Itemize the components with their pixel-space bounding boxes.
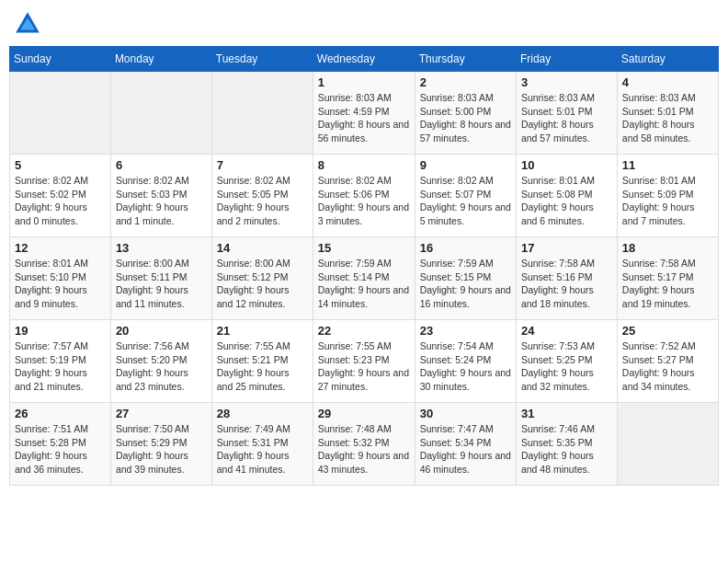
- calendar-cell: 14Sunrise: 8:00 AM Sunset: 5:12 PM Dayli…: [211, 237, 313, 320]
- calendar-cell: 23Sunrise: 7:54 AM Sunset: 5:24 PM Dayli…: [415, 320, 516, 403]
- calendar-cell: 29Sunrise: 7:48 AM Sunset: 5:32 PM Dayli…: [313, 403, 415, 486]
- weekday-header-thursday: Thursday: [415, 47, 516, 72]
- calendar-cell: 9Sunrise: 8:02 AM Sunset: 5:07 PM Daylig…: [415, 155, 516, 237]
- logo-icon: [13, 9, 42, 39]
- day-detail: Sunrise: 7:55 AM Sunset: 5:23 PM Dayligh…: [318, 339, 410, 394]
- day-number: 9: [420, 158, 511, 172]
- calendar-cell: 8Sunrise: 8:02 AM Sunset: 5:06 PM Daylig…: [313, 155, 415, 237]
- weekday-header-friday: Friday: [516, 47, 617, 72]
- calendar-week-3: 12Sunrise: 8:01 AM Sunset: 5:10 PM Dayli…: [10, 237, 719, 320]
- day-detail: Sunrise: 8:03 AM Sunset: 5:00 PM Dayligh…: [420, 91, 511, 145]
- day-detail: Sunrise: 7:50 AM Sunset: 5:29 PM Dayligh…: [116, 422, 207, 477]
- calendar-cell: 3Sunrise: 8:03 AM Sunset: 5:01 PM Daylig…: [516, 72, 617, 155]
- calendar-cell: [617, 403, 718, 486]
- day-number: 23: [420, 324, 511, 338]
- calendar-week-2: 5Sunrise: 8:02 AM Sunset: 5:02 PM Daylig…: [10, 155, 719, 237]
- weekday-header-row: SundayMondayTuesdayWednesdayThursdayFrid…: [10, 47, 719, 72]
- calendar-cell: 10Sunrise: 8:01 AM Sunset: 5:08 PM Dayli…: [516, 155, 617, 237]
- calendar-cell: 25Sunrise: 7:52 AM Sunset: 5:27 PM Dayli…: [617, 320, 718, 403]
- calendar-week-5: 26Sunrise: 7:51 AM Sunset: 5:28 PM Dayli…: [10, 403, 719, 486]
- day-detail: Sunrise: 7:49 AM Sunset: 5:31 PM Dayligh…: [217, 422, 308, 477]
- day-detail: Sunrise: 7:47 AM Sunset: 5:34 PM Dayligh…: [420, 422, 511, 477]
- day-number: 14: [217, 241, 308, 255]
- day-number: 20: [116, 324, 207, 338]
- calendar-table: SundayMondayTuesdayWednesdayThursdayFrid…: [9, 46, 719, 486]
- day-detail: Sunrise: 7:55 AM Sunset: 5:21 PM Dayligh…: [217, 339, 308, 394]
- calendar-cell: 12Sunrise: 8:01 AM Sunset: 5:10 PM Dayli…: [10, 237, 111, 320]
- day-detail: Sunrise: 8:01 AM Sunset: 5:08 PM Dayligh…: [521, 174, 612, 228]
- day-number: 10: [521, 158, 612, 172]
- day-detail: Sunrise: 7:58 AM Sunset: 5:17 PM Dayligh…: [622, 257, 713, 311]
- calendar-cell: [110, 72, 211, 155]
- day-number: 26: [15, 407, 106, 420]
- calendar-cell: 4Sunrise: 8:03 AM Sunset: 5:01 PM Daylig…: [617, 72, 718, 155]
- day-number: 29: [318, 407, 410, 420]
- day-detail: Sunrise: 8:00 AM Sunset: 5:12 PM Dayligh…: [217, 257, 308, 311]
- calendar-cell: 18Sunrise: 7:58 AM Sunset: 5:17 PM Dayli…: [617, 237, 718, 320]
- day-number: 27: [116, 407, 207, 420]
- calendar-cell: [211, 72, 313, 155]
- day-detail: Sunrise: 7:56 AM Sunset: 5:20 PM Dayligh…: [116, 339, 207, 394]
- day-detail: Sunrise: 7:53 AM Sunset: 5:25 PM Dayligh…: [521, 339, 612, 394]
- day-number: 4: [622, 75, 713, 89]
- day-number: 18: [622, 241, 713, 255]
- day-number: 1: [318, 75, 410, 89]
- calendar-cell: 17Sunrise: 7:58 AM Sunset: 5:16 PM Dayli…: [516, 237, 617, 320]
- day-detail: Sunrise: 7:59 AM Sunset: 5:15 PM Dayligh…: [420, 257, 511, 311]
- day-number: 8: [318, 158, 410, 172]
- calendar-week-4: 19Sunrise: 7:57 AM Sunset: 5:19 PM Dayli…: [10, 320, 719, 403]
- day-detail: Sunrise: 7:59 AM Sunset: 5:14 PM Dayligh…: [318, 257, 410, 311]
- day-number: 22: [318, 324, 410, 338]
- day-number: 28: [217, 407, 308, 420]
- day-detail: Sunrise: 7:57 AM Sunset: 5:19 PM Dayligh…: [15, 339, 106, 394]
- day-detail: Sunrise: 8:00 AM Sunset: 5:11 PM Dayligh…: [116, 257, 207, 311]
- day-number: 11: [622, 158, 713, 172]
- calendar-cell: 11Sunrise: 8:01 AM Sunset: 5:09 PM Dayli…: [617, 155, 718, 237]
- day-detail: Sunrise: 8:02 AM Sunset: 5:02 PM Dayligh…: [15, 174, 106, 228]
- day-number: 13: [116, 241, 207, 255]
- weekday-header-saturday: Saturday: [617, 47, 718, 72]
- day-detail: Sunrise: 7:51 AM Sunset: 5:28 PM Dayligh…: [15, 422, 106, 477]
- day-detail: Sunrise: 7:52 AM Sunset: 5:27 PM Dayligh…: [622, 339, 713, 394]
- calendar-cell: 16Sunrise: 7:59 AM Sunset: 5:15 PM Dayli…: [415, 237, 516, 320]
- day-detail: Sunrise: 8:01 AM Sunset: 5:10 PM Dayligh…: [15, 257, 106, 311]
- day-detail: Sunrise: 8:01 AM Sunset: 5:09 PM Dayligh…: [622, 174, 713, 228]
- calendar-cell: 2Sunrise: 8:03 AM Sunset: 5:00 PM Daylig…: [415, 72, 516, 155]
- calendar-cell: 30Sunrise: 7:47 AM Sunset: 5:34 PM Dayli…: [415, 403, 516, 486]
- day-detail: Sunrise: 7:46 AM Sunset: 5:35 PM Dayligh…: [521, 422, 612, 477]
- day-detail: Sunrise: 7:48 AM Sunset: 5:32 PM Dayligh…: [318, 422, 410, 477]
- day-detail: Sunrise: 8:02 AM Sunset: 5:05 PM Dayligh…: [217, 174, 308, 228]
- calendar-cell: 13Sunrise: 8:00 AM Sunset: 5:11 PM Dayli…: [110, 237, 211, 320]
- calendar-cell: [10, 72, 111, 155]
- day-number: 30: [420, 407, 511, 420]
- day-number: 19: [15, 324, 106, 338]
- calendar-cell: 5Sunrise: 8:02 AM Sunset: 5:02 PM Daylig…: [10, 155, 111, 237]
- calendar-cell: 31Sunrise: 7:46 AM Sunset: 5:35 PM Dayli…: [516, 403, 617, 486]
- day-detail: Sunrise: 8:03 AM Sunset: 5:01 PM Dayligh…: [521, 91, 612, 145]
- day-number: 25: [622, 324, 713, 338]
- day-number: 7: [217, 158, 308, 172]
- calendar-week-1: 1Sunrise: 8:03 AM Sunset: 4:59 PM Daylig…: [10, 72, 719, 155]
- day-detail: Sunrise: 7:54 AM Sunset: 5:24 PM Dayligh…: [420, 339, 511, 394]
- day-number: 21: [217, 324, 308, 338]
- calendar-cell: 20Sunrise: 7:56 AM Sunset: 5:20 PM Dayli…: [110, 320, 211, 403]
- day-detail: Sunrise: 8:03 AM Sunset: 5:01 PM Dayligh…: [622, 91, 713, 145]
- day-number: 31: [521, 407, 612, 420]
- calendar-cell: 6Sunrise: 8:02 AM Sunset: 5:03 PM Daylig…: [110, 155, 211, 237]
- day-detail: Sunrise: 8:02 AM Sunset: 5:07 PM Dayligh…: [420, 174, 511, 228]
- calendar-cell: 27Sunrise: 7:50 AM Sunset: 5:29 PM Dayli…: [110, 403, 211, 486]
- day-number: 5: [15, 158, 106, 172]
- day-number: 16: [420, 241, 511, 255]
- weekday-header-tuesday: Tuesday: [211, 47, 313, 72]
- day-number: 15: [318, 241, 410, 255]
- day-number: 2: [420, 75, 511, 89]
- calendar-cell: 22Sunrise: 7:55 AM Sunset: 5:23 PM Dayli…: [313, 320, 415, 403]
- logo: [13, 9, 46, 39]
- calendar-cell: 24Sunrise: 7:53 AM Sunset: 5:25 PM Dayli…: [516, 320, 617, 403]
- calendar-cell: 26Sunrise: 7:51 AM Sunset: 5:28 PM Dayli…: [10, 403, 111, 486]
- page-header: [9, 9, 719, 39]
- day-number: 24: [521, 324, 612, 338]
- weekday-header-monday: Monday: [110, 47, 211, 72]
- calendar-cell: 1Sunrise: 8:03 AM Sunset: 4:59 PM Daylig…: [313, 72, 415, 155]
- calendar-cell: 21Sunrise: 7:55 AM Sunset: 5:21 PM Dayli…: [211, 320, 313, 403]
